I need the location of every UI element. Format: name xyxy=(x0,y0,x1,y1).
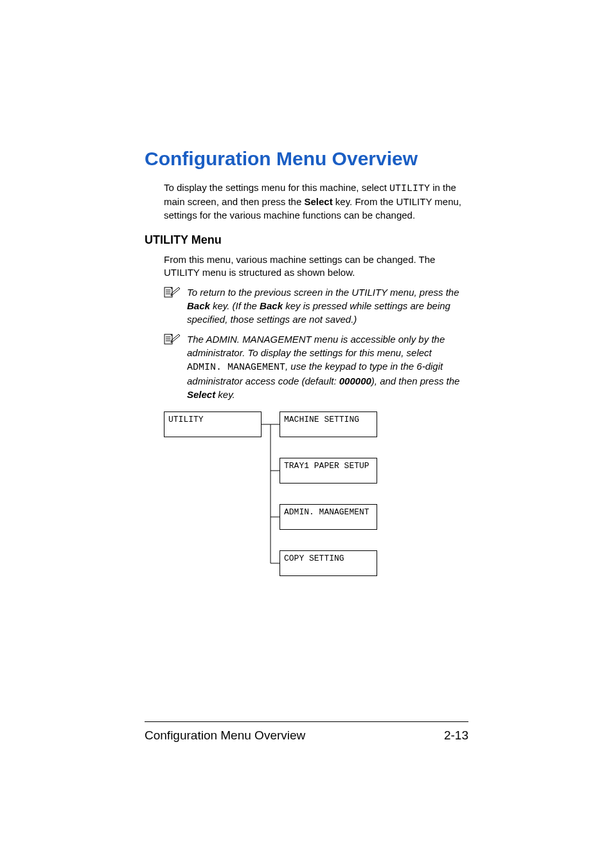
note2-select: Select xyxy=(187,389,215,400)
note1-back-1: Back xyxy=(187,300,210,311)
note-2: The ADMIN. MANAGEMENT menu is accessible… xyxy=(164,332,468,401)
note1-back-2: Back xyxy=(260,300,283,311)
page-title: Configuration Menu Overview xyxy=(145,148,468,170)
footer-row: Configuration Menu Overview 2-13 xyxy=(145,728,468,743)
diagram-item-tray1-paper-setup: TRAY1 PAPER SETUP xyxy=(280,458,377,484)
page-footer: Configuration Menu Overview 2-13 xyxy=(145,721,468,743)
intro-code-utility: UTILITY xyxy=(389,183,430,194)
note2-default-code: 000000 xyxy=(339,375,371,386)
diagram-item-admin-management: ADMIN. MANAGEMENT xyxy=(280,504,377,530)
footer-page-number: 2-13 xyxy=(444,728,468,743)
note-icon xyxy=(164,334,181,345)
note1-c: key. (If the xyxy=(210,300,260,311)
diagram-item-machine-setting: MACHINE SETTING xyxy=(280,411,377,437)
diagram-connector xyxy=(262,411,280,577)
note1-a: To return to the previous screen in the … xyxy=(187,287,459,298)
menu-diagram: UTILITY MACHINE SETTING TRAY1 PAPER SETU… xyxy=(164,411,468,577)
intro-paragraph: To display the settings menu for this ma… xyxy=(164,181,468,222)
intro-text-a: To display the settings menu for this ma… xyxy=(164,182,389,193)
note-1-text: To return to the previous screen in the … xyxy=(187,285,468,326)
footer-rule xyxy=(145,721,468,722)
note-1: To return to the previous screen in the … xyxy=(164,285,468,326)
diagram-root-box: UTILITY xyxy=(164,411,262,437)
note2-g: key. xyxy=(215,389,235,400)
section-heading: UTILITY Menu xyxy=(145,233,468,247)
note-icon xyxy=(164,287,181,298)
note2-e: ), and then press the xyxy=(371,375,460,386)
note2-code-admin: ADMIN. MANAGEMENT xyxy=(187,362,285,373)
section-paragraph: From this menu, various machine settings… xyxy=(164,253,468,280)
footer-left: Configuration Menu Overview xyxy=(145,728,305,743)
note-2-text: The ADMIN. MANAGEMENT menu is accessible… xyxy=(187,332,468,401)
page: Configuration Menu Overview To display t… xyxy=(0,0,613,868)
diagram-item-copy-setting: COPY SETTING xyxy=(280,550,377,576)
note2-a: The ADMIN. MANAGEMENT menu is accessible… xyxy=(187,334,445,358)
diagram-children: MACHINE SETTING TRAY1 PAPER SETUP ADMIN.… xyxy=(280,411,377,576)
intro-bold-select: Select xyxy=(304,196,332,207)
